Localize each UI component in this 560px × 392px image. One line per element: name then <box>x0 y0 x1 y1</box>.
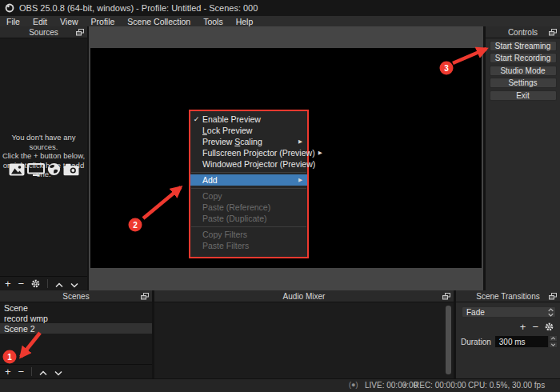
menu-bar: File Edit View Profile Scene Collection … <box>0 16 560 26</box>
transition-select[interactable]: Fade <box>462 306 556 318</box>
obs-window: OBS 25.0.8 (64-bit, windows) - Profile: … <box>0 0 560 392</box>
menu-item-fullscreen-projector[interactable]: Fullscreen Projector (Preview) ▶ <box>190 147 307 158</box>
menu-item-add[interactable]: Add ▶ <box>190 174 307 186</box>
add-transition-button[interactable]: + <box>520 320 526 334</box>
studio-mode-button[interactable]: Studio Mode <box>490 66 557 76</box>
checkmark-icon: ✓ <box>190 115 202 123</box>
menu-edit[interactable]: Edit <box>26 16 54 26</box>
scene-transitions-panel: Scene Transitions Fade + − <box>456 290 560 378</box>
audio-mixer-panel: Audio Mixer <box>154 290 454 378</box>
menu-item-windowed-projector[interactable]: Windowed Projector (Preview) <box>190 158 307 170</box>
popout-icon[interactable] <box>549 29 557 36</box>
duration-label: Duration <box>461 338 491 346</box>
audio-mixer-title: Audio Mixer <box>283 292 326 301</box>
remove-transition-button[interactable]: − <box>532 320 538 334</box>
source-type-icons <box>0 162 87 179</box>
popout-icon[interactable] <box>442 293 450 300</box>
menu-item-enable-preview[interactable]: ✓ Enable Preview <box>190 114 307 125</box>
scenes-panel: Scenes Scene record wmp Scene 2 + − <box>0 290 152 378</box>
menu-scene-collection[interactable]: Scene Collection <box>121 16 197 26</box>
scene-list-item[interactable]: record wmp <box>0 313 152 323</box>
scene-transitions-title: Scene Transitions <box>476 292 540 301</box>
submenu-arrow-icon: ▶ <box>318 150 322 156</box>
scene-transitions-header: Scene Transitions <box>456 290 560 302</box>
preview-context-menu: ✓ Enable Preview Lock Preview Preview Sc… <box>189 110 309 258</box>
obs-logo-icon <box>5 3 14 13</box>
menu-view[interactable]: View <box>54 16 85 26</box>
rec-dot-icon: ● <box>403 381 407 389</box>
menu-help[interactable]: Help <box>230 16 260 26</box>
title-bar: OBS 25.0.8 (64-bit, windows) - Profile: … <box>0 0 560 16</box>
menu-separator <box>191 172 306 173</box>
menu-item-paste-reference: Paste (Reference) <box>190 202 307 213</box>
scenes-toolbar: + − <box>0 364 152 378</box>
empty-line-2: Click the + button below, <box>0 151 87 161</box>
menu-separator <box>191 188 306 189</box>
sources-toolbar: + − <box>0 276 87 290</box>
scene-list-item-selected[interactable]: Scene 2 <box>0 323 152 334</box>
popout-icon[interactable] <box>549 293 557 300</box>
duration-row: Duration 300 ms <box>461 335 558 348</box>
menu-item-copy-filters: Copy Filters <box>190 229 307 240</box>
combo-spinner[interactable] <box>546 307 555 317</box>
live-time: LIVE: 00:00:00 <box>365 381 418 390</box>
remove-scene-button[interactable]: − <box>18 365 25 379</box>
popout-icon[interactable] <box>141 293 149 300</box>
move-scene-up-button[interactable] <box>39 365 47 379</box>
camera-source-icon <box>63 163 79 179</box>
popout-icon[interactable] <box>76 29 84 36</box>
menu-item-copy: Copy <box>190 190 307 202</box>
toolbar-divider <box>31 367 32 376</box>
scene-list-item[interactable]: Scene <box>0 302 152 313</box>
sources-panel: Sources You don't have any sources. Clic… <box>0 26 87 290</box>
transition-selected-value: Fade <box>462 308 546 317</box>
menu-tools[interactable]: Tools <box>197 16 230 26</box>
controls-panel-header: Controls <box>486 26 560 38</box>
menu-file[interactable]: File <box>0 16 26 26</box>
start-recording-button[interactable]: Start Recording <box>490 53 557 63</box>
live-signal-icon: (●) <box>349 381 358 389</box>
cpu-fps-stats: CPU: 0.5%, 30.00 fps <box>468 381 545 390</box>
scenes-panel-header: Scenes <box>0 290 152 302</box>
display-source-icon <box>27 163 45 179</box>
exit-button[interactable]: Exit <box>490 90 557 101</box>
source-properties-gear-icon[interactable] <box>31 277 40 291</box>
add-source-button[interactable]: + <box>5 277 11 291</box>
start-streaming-button[interactable]: Start Streaming <box>490 41 557 51</box>
settings-button[interactable]: Settings <box>490 78 557 88</box>
menu-profile[interactable]: Profile <box>85 16 122 26</box>
window-title: OBS 25.0.8 (64-bit, windows) - Profile: … <box>19 3 258 13</box>
move-scene-down-button[interactable] <box>54 365 62 379</box>
transition-buttons: + − <box>456 321 560 333</box>
remove-source-button[interactable]: − <box>18 277 25 291</box>
submenu-arrow-icon: ▶ <box>298 138 302 145</box>
mixer-scrollbar[interactable] <box>446 306 451 374</box>
move-source-down-button[interactable] <box>70 277 78 291</box>
image-source-icon <box>9 163 25 179</box>
empty-line-1: You don't have any sources. <box>0 133 87 151</box>
sources-panel-header: Sources <box>0 26 87 38</box>
submenu-arrow-icon: ▶ <box>298 177 302 183</box>
sources-panel-title: Sources <box>29 28 58 37</box>
audio-mixer-header: Audio Mixer <box>154 290 454 302</box>
menu-separator <box>191 226 306 227</box>
duration-input[interactable]: 300 ms <box>494 335 549 348</box>
controls-panel: Controls Start Streaming Start Recording… <box>486 26 560 290</box>
toolbar-divider <box>47 279 48 288</box>
move-source-up-button[interactable] <box>55 277 63 291</box>
browser-source-icon <box>47 162 61 179</box>
controls-panel-title: Controls <box>508 28 538 37</box>
duration-spinner[interactable] <box>549 335 558 348</box>
status-bar: (●) LIVE: 00:00:00 ● REC: 00:00:00 CPU: … <box>0 378 560 392</box>
add-scene-button[interactable]: + <box>5 365 11 379</box>
transition-properties-gear-icon[interactable] <box>545 320 554 334</box>
menu-item-paste-filters: Paste Filters <box>190 240 307 251</box>
menu-item-preview-scaling[interactable]: Preview Scaling ▶ <box>190 136 307 147</box>
menu-item-lock-preview[interactable]: Lock Preview <box>190 125 307 136</box>
rec-time: REC: 00:00:00 <box>414 381 466 390</box>
menu-item-paste-duplicate: Paste (Duplicate) <box>190 213 307 224</box>
scenes-panel-title: Scenes <box>62 292 89 301</box>
